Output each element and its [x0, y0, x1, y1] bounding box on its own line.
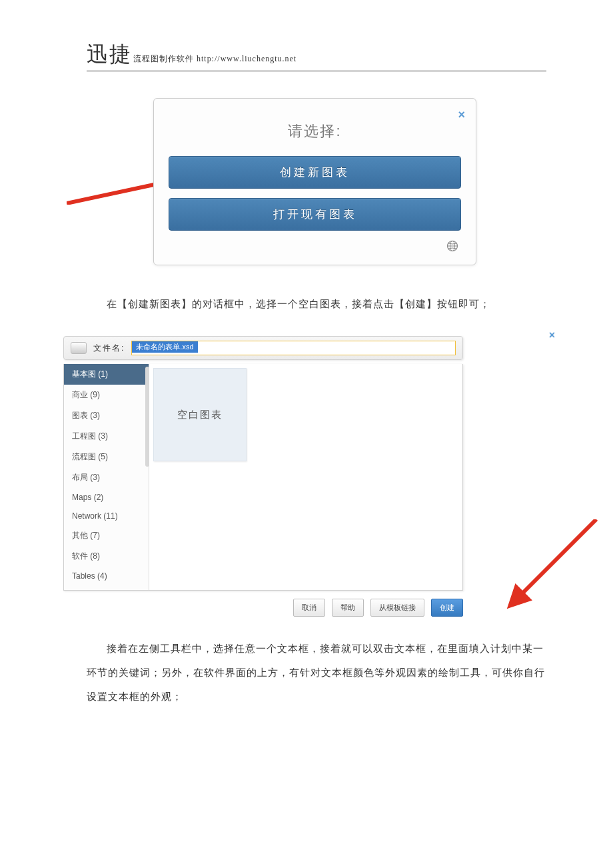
drive-icon [71, 342, 87, 354]
sidebar-item[interactable]: Tables (4) [64, 567, 149, 585]
logo-subtitle: 流程图制作软件 http://www.liuchengtu.net [133, 53, 297, 65]
choose-dialog-wrapper: × 请选择: 创建新图表 打开现有图表 [153, 98, 476, 265]
create-button[interactable]: 创建 [431, 599, 463, 617]
create-chart-dialog-wrapper: × 文件名: 未命名的表单.xsd 基本图 (1)商业 (9)图表 (3)工程图… [63, 336, 543, 617]
annotation-arrow-2 [443, 519, 603, 619]
sidebar-item[interactable]: UML (8) [64, 585, 149, 590]
sidebar-item[interactable]: Network (11) [64, 507, 149, 525]
dialog-title: 请选择: [169, 121, 461, 141]
cancel-button[interactable]: 取消 [293, 599, 325, 617]
close-icon[interactable]: × [458, 108, 465, 122]
filename-bar: 文件名: 未命名的表单.xsd [63, 336, 463, 360]
sidebar-item[interactable]: 软件 (8) [64, 546, 149, 567]
svg-line-4 [510, 519, 596, 606]
help-button[interactable]: 帮助 [332, 599, 364, 617]
template-area: 空白图表 [149, 364, 462, 590]
dialog-footer: 取消 帮助 从模板链接 创建 [63, 599, 463, 617]
create-chart-body: 基本图 (1)商业 (9)图表 (3)工程图 (3)流程图 (5)布局 (3)M… [63, 364, 463, 591]
blank-template-card[interactable]: 空白图表 [153, 368, 247, 461]
create-new-chart-button[interactable]: 创建新图表 [169, 156, 461, 189]
choose-dialog: × 请选择: 创建新图表 打开现有图表 [153, 98, 476, 265]
paragraph-1: 在【创建新图表】的对话框中，选择一个空白图表，接着点击【创建】按钮即可； [87, 292, 546, 316]
paragraph-2: 接着在左侧工具栏中，选择任意一个文本框，接着就可以双击文本框，在里面填入计划中某… [87, 637, 546, 709]
filename-input-value: 未命名的表单.xsd [132, 341, 197, 353]
open-existing-chart-button[interactable]: 打开现有图表 [169, 198, 461, 231]
category-sidebar: 基本图 (1)商业 (9)图表 (3)工程图 (3)流程图 (5)布局 (3)M… [64, 364, 149, 590]
scrollbar-thumb[interactable] [145, 367, 149, 467]
sidebar-item[interactable]: 其他 (7) [64, 525, 149, 546]
sidebar-item[interactable]: 流程图 (5) [64, 447, 149, 467]
sidebar-item[interactable]: 图表 (3) [64, 405, 149, 426]
logo-text: 迅捷 [87, 40, 132, 69]
sidebar-item[interactable]: 基本图 (1) [64, 364, 149, 385]
sidebar-item[interactable]: Maps (2) [64, 488, 149, 507]
link-from-template-button[interactable]: 从模板链接 [370, 599, 424, 617]
globe-icon[interactable] [169, 240, 461, 255]
filename-label: 文件名: [93, 343, 125, 354]
page-header: 迅捷 流程图制作软件 http://www.liuchengtu.net [87, 40, 546, 71]
sidebar-item[interactable]: 布局 (3) [64, 467, 149, 488]
sidebar-item[interactable]: 商业 (9) [64, 385, 149, 405]
filename-input[interactable]: 未命名的表单.xsd [131, 341, 456, 355]
close-icon[interactable]: × [549, 329, 555, 341]
sidebar-item[interactable]: 工程图 (3) [64, 426, 149, 447]
